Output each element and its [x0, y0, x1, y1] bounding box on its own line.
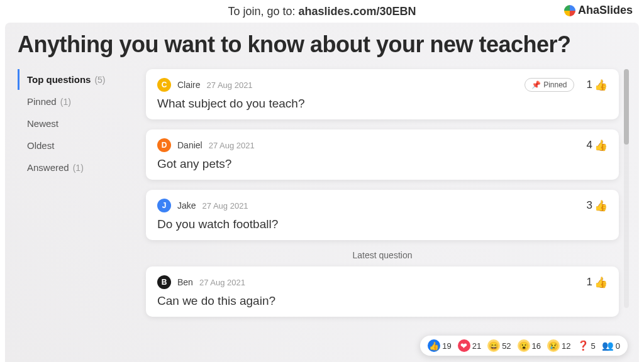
- like-button[interactable]: 1👍: [587, 79, 608, 92]
- avatar: J: [157, 199, 171, 212]
- question-date: 27 Aug 2021: [199, 278, 245, 287]
- filter-label: Answered: [27, 162, 69, 173]
- question-text: Do you watch football?: [157, 217, 608, 231]
- like-count: 1: [587, 79, 592, 91]
- heart-icon: ❤: [458, 339, 470, 352]
- filter-oldest[interactable]: Oldest: [18, 135, 131, 156]
- sad-icon: 😢: [547, 339, 560, 352]
- logo[interactable]: AhaSlides: [564, 4, 633, 17]
- card-header: DDaniel27 Aug 20214👍: [157, 138, 608, 152]
- card-header: CClaire27 Aug 2021📌Pinned1👍: [157, 78, 608, 92]
- latest-question-label: Latest question: [146, 250, 619, 260]
- slide-title: Anything you want to know about your new…: [18, 31, 626, 58]
- question-date: 27 Aug 2021: [209, 141, 255, 150]
- reaction-love-count: 21: [472, 341, 481, 351]
- avatar: C: [157, 78, 171, 92]
- wow-icon: 😮: [518, 339, 530, 352]
- like-button[interactable]: 1👍: [587, 276, 608, 289]
- scrollbar-thumb[interactable]: [624, 69, 629, 145]
- avatar: D: [157, 138, 171, 152]
- like-button[interactable]: 4👍: [587, 139, 608, 152]
- participant-count[interactable]: 👥0: [602, 340, 620, 351]
- like-count: 4: [587, 139, 592, 151]
- like-button[interactable]: 3👍: [587, 199, 608, 212]
- reaction-question[interactable]: ❓5: [577, 340, 596, 351]
- filter-label: Pinned: [27, 96, 57, 107]
- author-name: Jake: [177, 200, 196, 211]
- reaction-wow-count: 16: [532, 341, 541, 351]
- question-card[interactable]: BBen27 Aug 20211👍Can we do this again?: [146, 266, 619, 317]
- join-code: ahaslides.com/30EBN: [298, 5, 416, 18]
- thumbs-up-icon: 👍: [594, 199, 608, 212]
- filter-count: (1): [73, 163, 84, 173]
- reaction-question-count: 5: [591, 341, 596, 351]
- scrollbar[interactable]: [624, 69, 629, 308]
- filter-answered[interactable]: Answered(1): [18, 157, 131, 178]
- reaction-wow[interactable]: 😮16: [518, 339, 541, 352]
- filter-newest[interactable]: Newest: [18, 113, 131, 134]
- question-list: CClaire27 Aug 2021📌Pinned1👍What subject …: [146, 69, 626, 327]
- pin-icon: 📌: [531, 80, 541, 89]
- join-prefix: To join, go to:: [228, 5, 298, 18]
- thumbs-up-icon: 👍: [594, 276, 608, 289]
- card-header: JJake27 Aug 20213👍: [157, 199, 608, 212]
- question-card[interactable]: CClaire27 Aug 2021📌Pinned1👍What subject …: [146, 69, 619, 119]
- question-date: 27 Aug 2021: [207, 80, 253, 90]
- question-card[interactable]: DDaniel27 Aug 20214👍Got any pets?: [146, 129, 619, 180]
- pinned-label: Pinned: [543, 80, 567, 89]
- haha-icon: 😄: [487, 339, 500, 352]
- pinned-badge: 📌Pinned: [525, 78, 574, 92]
- reaction-haha[interactable]: 😄52: [487, 339, 511, 352]
- question-card[interactable]: JJake27 Aug 20213👍Do you watch football?: [146, 190, 619, 240]
- filter-sidebar: Top questions(5)Pinned(1)NewestOldestAns…: [18, 69, 131, 327]
- logo-icon: [564, 5, 575, 16]
- question-date: 27 Aug 2021: [203, 201, 248, 211]
- top-bar: To join, go to: ahaslides.com/30EBN AhaS…: [0, 0, 644, 23]
- filter-label: Top questions: [27, 74, 91, 85]
- thumbs-up-icon: 👍: [428, 339, 440, 352]
- reaction-sad-count: 12: [562, 341, 570, 351]
- content-row: Top questions(5)Pinned(1)NewestOldestAns…: [18, 69, 626, 327]
- question-text: Can we do this again?: [157, 294, 608, 308]
- filter-label: Newest: [27, 118, 58, 129]
- like-count: 1: [587, 276, 592, 288]
- logo-text: AhaSlides: [578, 4, 633, 17]
- thumbs-up-icon: 👍: [594, 79, 608, 92]
- reaction-haha-count: 52: [502, 341, 511, 351]
- reaction-love[interactable]: ❤21: [458, 339, 481, 352]
- avatar: B: [157, 275, 171, 289]
- main-panel: Anything you want to know about your new…: [5, 23, 639, 362]
- like-count: 3: [587, 199, 592, 212]
- filter-label: Oldest: [27, 140, 54, 151]
- filter-count: (1): [60, 97, 71, 107]
- author-name: Claire: [177, 80, 201, 90]
- question-text: What subject do you teach?: [157, 97, 608, 111]
- author-name: Ben: [177, 277, 193, 287]
- reaction-like[interactable]: 👍19: [428, 339, 451, 352]
- join-instructions: To join, go to: ahaslides.com/30EBN: [228, 5, 416, 18]
- participant-count-value: 0: [616, 341, 620, 351]
- card-header: BBen27 Aug 20211👍: [157, 275, 608, 289]
- reaction-like-count: 19: [442, 341, 451, 351]
- filter-pinned[interactable]: Pinned(1): [18, 91, 131, 112]
- people-icon: 👥: [602, 340, 614, 351]
- thumbs-up-icon: 👍: [594, 139, 608, 152]
- filter-count: (5): [94, 75, 105, 85]
- author-name: Daniel: [177, 140, 203, 150]
- reactions-bar: 👍19 ❤21 😄52 😮16 😢12 ❓5 👥0: [420, 336, 628, 356]
- reaction-sad[interactable]: 😢12: [547, 339, 570, 352]
- question-icon: ❓: [577, 340, 589, 351]
- filter-top-questions[interactable]: Top questions(5): [18, 69, 131, 90]
- question-text: Got any pets?: [157, 157, 608, 171]
